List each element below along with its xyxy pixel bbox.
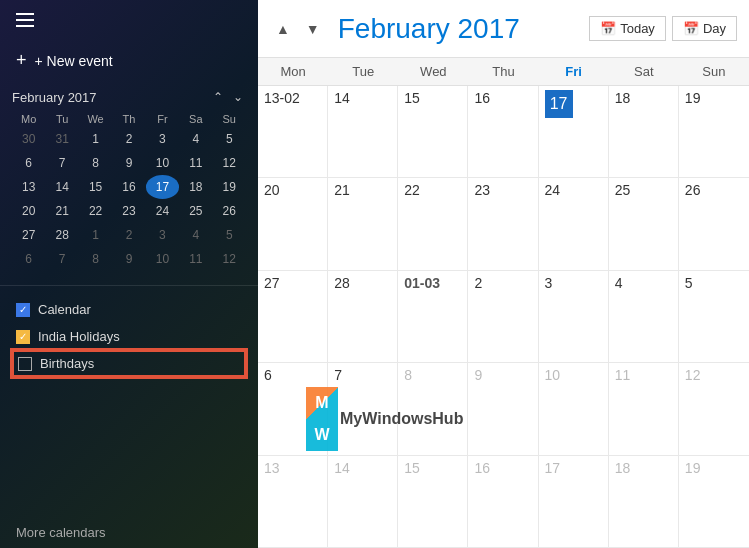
mini-day-cell[interactable]: 26 bbox=[213, 199, 246, 223]
mini-cal-next[interactable]: ⌄ bbox=[230, 89, 246, 105]
mini-day-cell[interactable]: 6 bbox=[12, 151, 45, 175]
cal-cell[interactable]: 13-02 bbox=[258, 86, 328, 177]
today-button[interactable]: 📅 Today bbox=[589, 16, 666, 41]
mini-day-cell[interactable]: 16 bbox=[112, 175, 145, 199]
cal-cell[interactable]: 23 bbox=[468, 178, 538, 269]
cal-cell[interactable]: 8MWMyWindowsHub bbox=[398, 363, 468, 454]
mini-day-cell[interactable]: 12 bbox=[213, 151, 246, 175]
mini-day-cell[interactable]: 21 bbox=[45, 199, 78, 223]
calendar-checkbox[interactable] bbox=[16, 303, 30, 317]
mini-day-cell[interactable]: 14 bbox=[45, 175, 78, 199]
cal-cell[interactable]: 14 bbox=[328, 86, 398, 177]
mini-col-th: Th bbox=[112, 111, 145, 127]
mini-day-cell[interactable]: 4 bbox=[179, 127, 212, 151]
mini-day-cell[interactable]: 3 bbox=[146, 127, 179, 151]
cal-week-row: 678MWMyWindowsHub9101112 bbox=[258, 363, 749, 455]
mini-day-cell[interactable]: 12 bbox=[213, 247, 246, 271]
mini-day-cell[interactable]: 22 bbox=[79, 199, 112, 223]
mini-day-cell[interactable]: 6 bbox=[12, 247, 45, 271]
cal-cell[interactable]: 12 bbox=[679, 363, 749, 454]
cal-cell[interactable]: 2 bbox=[468, 271, 538, 362]
mini-day-cell[interactable]: 9 bbox=[112, 247, 145, 271]
mini-day-cell[interactable]: 3 bbox=[146, 223, 179, 247]
mini-day-cell[interactable]: 23 bbox=[112, 199, 145, 223]
cal-cell[interactable]: 17 bbox=[539, 86, 609, 177]
mini-day-cell[interactable]: 24 bbox=[146, 199, 179, 223]
col-wed: Wed bbox=[398, 58, 468, 85]
cal-cell[interactable]: 18 bbox=[609, 86, 679, 177]
cal-cell[interactable]: 28 bbox=[328, 271, 398, 362]
cal-day-num: 5 bbox=[685, 275, 743, 291]
mini-day-cell[interactable]: 1 bbox=[79, 127, 112, 151]
cal-item-india-holidays[interactable]: India Holidays bbox=[12, 323, 246, 350]
mini-day-cell[interactable]: 2 bbox=[112, 223, 145, 247]
cal-cell[interactable]: 15 bbox=[398, 86, 468, 177]
nav-next-arrow[interactable]: ▼ bbox=[300, 17, 326, 41]
cal-item-birthdays[interactable]: Birthdays bbox=[12, 350, 246, 377]
mini-day-cell[interactable]: 28 bbox=[45, 223, 78, 247]
mini-cal-grid: Mo Tu We Th Fr Sa Su 3031123456789101112… bbox=[12, 111, 246, 271]
cal-cell[interactable]: 17 bbox=[539, 456, 609, 547]
cal-cell[interactable]: 4 bbox=[609, 271, 679, 362]
mini-day-cell[interactable]: 10 bbox=[146, 247, 179, 271]
mini-day-cell[interactable]: 27 bbox=[12, 223, 45, 247]
mini-day-cell[interactable]: 8 bbox=[79, 247, 112, 271]
nav-prev-arrow[interactable]: ▲ bbox=[270, 17, 296, 41]
mini-day-cell[interactable]: 7 bbox=[45, 151, 78, 175]
mini-day-cell[interactable]: 5 bbox=[213, 223, 246, 247]
mini-day-cell[interactable]: 30 bbox=[12, 127, 45, 151]
mini-day-cell[interactable]: 31 bbox=[45, 127, 78, 151]
mini-day-cell[interactable]: 19 bbox=[213, 175, 246, 199]
cal-cell[interactable]: 15 bbox=[398, 456, 468, 547]
day-button[interactable]: 📅 Day bbox=[672, 16, 737, 41]
mini-day-cell[interactable]: 8 bbox=[79, 151, 112, 175]
cal-cell[interactable]: 19 bbox=[679, 86, 749, 177]
mini-day-cell[interactable]: 5 bbox=[213, 127, 246, 151]
cal-day-num: 22 bbox=[404, 182, 461, 198]
cal-day-num: 17 bbox=[545, 460, 602, 476]
cal-cell[interactable]: 14 bbox=[328, 456, 398, 547]
more-calendars-button[interactable]: More calendars bbox=[0, 517, 258, 548]
cal-cell[interactable]: 26 bbox=[679, 178, 749, 269]
mini-day-cell[interactable]: 11 bbox=[179, 247, 212, 271]
mini-day-cell[interactable]: 25 bbox=[179, 199, 212, 223]
mini-day-cell[interactable]: 1 bbox=[79, 223, 112, 247]
cal-cell[interactable]: 27 bbox=[258, 271, 328, 362]
mini-day-cell[interactable]: 10 bbox=[146, 151, 179, 175]
cal-day-num: 16 bbox=[474, 460, 531, 476]
mini-day-cell[interactable]: 2 bbox=[112, 127, 145, 151]
mini-day-cell[interactable]: 4 bbox=[179, 223, 212, 247]
cal-cell[interactable]: 5 bbox=[679, 271, 749, 362]
cal-cell[interactable]: 01-03 bbox=[398, 271, 468, 362]
india-holidays-checkbox[interactable] bbox=[16, 330, 30, 344]
birthdays-checkbox[interactable] bbox=[18, 357, 32, 371]
mini-cal-title: February 2017 bbox=[12, 90, 97, 105]
cal-cell[interactable]: 22 bbox=[398, 178, 468, 269]
mini-day-cell[interactable]: 15 bbox=[79, 175, 112, 199]
hamburger-icon[interactable] bbox=[12, 9, 38, 31]
cal-cell[interactable]: 20 bbox=[258, 178, 328, 269]
mini-cal-prev[interactable]: ⌃ bbox=[210, 89, 226, 105]
mini-day-cell[interactable]: 9 bbox=[112, 151, 145, 175]
cal-cell[interactable]: 13 bbox=[258, 456, 328, 547]
cal-cell[interactable]: 19 bbox=[679, 456, 749, 547]
cal-cell[interactable]: 3 bbox=[539, 271, 609, 362]
cal-cell[interactable]: 9 bbox=[468, 363, 538, 454]
cal-cell[interactable]: 16 bbox=[468, 456, 538, 547]
cal-cell[interactable]: 18 bbox=[609, 456, 679, 547]
mini-day-cell[interactable]: 18 bbox=[179, 175, 212, 199]
cal-cell[interactable]: 10 bbox=[539, 363, 609, 454]
cal-cell[interactable]: 25 bbox=[609, 178, 679, 269]
cal-cell[interactable]: 24 bbox=[539, 178, 609, 269]
cal-cell[interactable]: 16 bbox=[468, 86, 538, 177]
cal-item-calendar[interactable]: Calendar bbox=[12, 296, 246, 323]
mini-day-cell[interactable]: 13 bbox=[12, 175, 45, 199]
cal-cell[interactable]: 11 bbox=[609, 363, 679, 454]
new-event-button[interactable]: + + New event bbox=[0, 40, 258, 81]
cal-week-row: 13141516171819 bbox=[258, 456, 749, 548]
mini-day-cell[interactable]: 7 bbox=[45, 247, 78, 271]
mini-day-cell[interactable]: 20 bbox=[12, 199, 45, 223]
mini-day-cell[interactable]: 11 bbox=[179, 151, 212, 175]
cal-cell[interactable]: 21 bbox=[328, 178, 398, 269]
mini-day-cell[interactable]: 17 bbox=[146, 175, 179, 199]
